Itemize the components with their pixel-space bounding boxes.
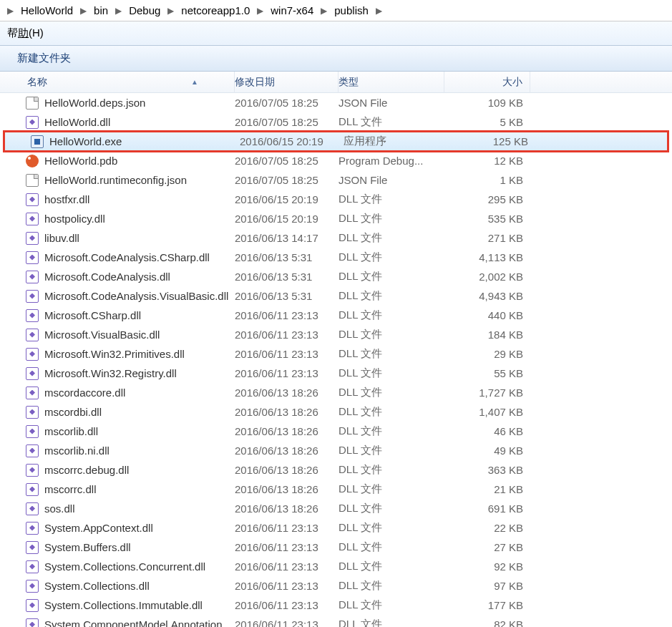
dll-file-icon [26,116,39,129]
file-row[interactable]: Microsoft.CodeAnalysis.CSharp.dll2016/06… [0,248,672,267]
file-date: 2016/06/11 23:13 [235,329,339,341]
file-row[interactable]: System.Collections.Concurrent.dll2016/06… [0,557,672,576]
file-row[interactable]: mscordbi.dll2016/06/13 18:26DLL 文件1,407 … [0,402,672,422]
column-header-date[interactable]: 修改日期 [235,72,339,93]
file-name: hostpolicy.dll [44,213,105,225]
breadcrumb-separator-icon: ▶ [316,6,331,16]
file-type: DLL 文件 [339,424,444,438]
file-type: Program Debug... [339,155,444,167]
file-size: 5 KB [444,116,530,128]
file-row[interactable]: Microsoft.Win32.Registry.dll2016/06/11 2… [0,364,672,383]
breadcrumb-item[interactable]: netcoreapp1.0 [178,3,253,18]
dll-file-icon [26,251,39,264]
dll-file-icon [26,580,39,593]
toolbar: 新建文件夹 [0,46,672,72]
dll-file-icon [26,618,39,628]
breadcrumb-separator-icon: ▶ [76,6,91,16]
column-header-type[interactable]: 类型 [339,72,444,93]
file-type: DLL 文件 [339,347,444,361]
file-size: 535 KB [444,213,530,225]
dll-file-icon [26,502,39,515]
file-type: DLL 文件 [339,308,444,322]
breadcrumb-item[interactable]: bin [91,3,111,18]
file-row[interactable]: System.AppContext.dll2016/06/11 23:13DLL… [0,518,672,538]
breadcrumb-separator-icon: ▶ [3,6,18,16]
file-type: JSON File [339,97,444,109]
file-row[interactable]: hostfxr.dll2016/06/15 20:19DLL 文件295 KB [0,190,672,209]
file-size: 295 KB [444,193,530,205]
file-row[interactable]: System.Collections.Immutable.dll2016/06/… [0,596,672,615]
file-type: 应用程序 [344,135,449,148]
dll-file-icon [26,425,39,438]
file-list[interactable]: HelloWorld.deps.json2016/07/05 18:25JSON… [0,93,672,627]
exe-file-icon [31,135,44,148]
file-size: 2,002 KB [444,271,530,283]
file-type: DLL 文件 [339,231,444,245]
file-row[interactable]: System.Buffers.dll2016/06/11 23:13DLL 文件… [0,538,672,557]
file-name: System.ComponentModel.Annotation... [44,618,231,627]
file-row[interactable]: mscorlib.ni.dll2016/06/13 18:26DLL 文件49 … [0,441,672,460]
file-size: 22 KB [444,522,530,534]
file-row[interactable]: mscordaccore.dll2016/06/13 18:26DLL 文件1,… [0,383,672,402]
file-size: 184 KB [444,329,530,341]
new-folder-button[interactable]: 新建文件夹 [11,49,77,68]
file-date: 2016/06/13 5:31 [235,290,339,302]
file-row[interactable]: System.ComponentModel.Annotation...2016/… [0,615,672,627]
column-header-size[interactable]: 大小 [444,72,530,93]
file-size: 691 KB [444,502,530,515]
breadcrumb-item[interactable]: win7-x64 [268,3,316,18]
file-type: DLL 文件 [339,502,444,515]
file-size: 440 KB [444,309,530,321]
file-date: 2016/06/11 23:13 [235,522,339,534]
column-header-name[interactable]: 名称 ▲ [0,72,235,93]
file-name: Microsoft.CodeAnalysis.dll [44,271,170,283]
file-type: DLL 文件 [339,115,444,129]
breadcrumb[interactable]: ▶HelloWorld▶bin▶Debug▶netcoreapp1.0▶win7… [0,0,672,21]
file-row[interactable]: Microsoft.Win32.Primitives.dll2016/06/11… [0,344,672,364]
file-name: System.AppContext.dll [44,522,153,534]
file-date: 2016/06/15 20:19 [235,213,339,225]
file-type: DLL 文件 [339,212,444,225]
breadcrumb-item[interactable]: HelloWorld [18,3,76,18]
file-row[interactable]: mscorrc.debug.dll2016/06/13 18:26DLL 文件3… [0,460,672,480]
file-row[interactable]: mscorlib.dll2016/06/13 18:26DLL 文件46 KB [0,422,672,441]
file-size: 27 KB [444,541,530,553]
dll-file-icon [26,541,39,554]
file-name: Microsoft.Win32.Registry.dll [44,367,177,379]
file-row[interactable]: Microsoft.CodeAnalysis.VisualBasic.dll20… [0,286,672,306]
file-type: DLL 文件 [339,560,444,573]
file-date: 2016/06/13 18:26 [235,502,339,515]
file-date: 2016/06/11 23:13 [235,560,339,573]
file-row[interactable]: mscorrc.dll2016/06/13 18:26DLL 文件21 KB [0,480,672,499]
dll-file-icon [26,464,39,477]
file-name: sos.dll [44,502,75,515]
file-row[interactable]: Microsoft.CodeAnalysis.dll2016/06/13 5:3… [0,267,672,286]
dll-file-icon [26,387,39,399]
file-type: DLL 文件 [339,386,444,399]
file-row[interactable]: HelloWorld.runtimeconfig.json2016/07/05 … [0,170,672,190]
file-date: 2016/06/13 18:26 [235,483,339,495]
menu-help[interactable]: 帮助(H) [3,24,48,43]
dll-file-icon [26,193,39,206]
file-date: 2016/07/05 18:25 [235,174,339,186]
file-row[interactable]: libuv.dll2016/06/13 14:17DLL 文件271 KB [0,228,672,248]
file-row[interactable]: HelloWorld.exe2016/06/15 20:19应用程序125 KB [4,132,668,151]
file-size: 177 KB [444,599,530,611]
file-row[interactable]: Microsoft.VisualBasic.dll2016/06/11 23:1… [0,325,672,344]
file-name: mscordbi.dll [44,406,102,418]
file-row[interactable]: HelloWorld.pdb2016/07/05 18:25Program De… [0,151,672,170]
file-name: System.Collections.Immutable.dll [44,599,203,611]
file-row[interactable]: HelloWorld.dll2016/07/05 18:25DLL 文件5 KB [0,112,672,132]
file-type: DLL 文件 [339,193,444,206]
file-row[interactable]: System.Collections.dll2016/06/11 23:13DL… [0,576,672,596]
file-type: DLL 文件 [339,463,444,477]
file-row[interactable]: sos.dll2016/06/13 18:26DLL 文件691 KB [0,499,672,518]
file-size: 4,943 KB [444,290,530,302]
breadcrumb-item[interactable]: Debug [126,3,163,18]
breadcrumb-item[interactable]: publish [331,3,371,18]
file-row[interactable]: hostpolicy.dll2016/06/15 20:19DLL 文件535 … [0,209,672,228]
file-row[interactable]: Microsoft.CSharp.dll2016/06/11 23:13DLL … [0,306,672,325]
dll-file-icon [26,309,39,322]
file-name: System.Collections.Concurrent.dll [44,560,205,573]
file-row[interactable]: HelloWorld.deps.json2016/07/05 18:25JSON… [0,93,672,112]
